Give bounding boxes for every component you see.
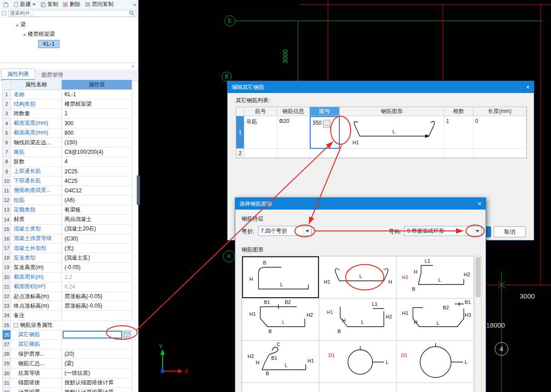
tree-node-kl1[interactable]: KL-1 (0, 39, 138, 49)
property-row[interactable]: 14材质商品混凝土 (3, 215, 132, 224)
property-row[interactable]: 9上部通长筋2C25 (3, 167, 132, 176)
figure-no-cell[interactable]: 350 … (310, 116, 340, 149)
rebar-row-empty[interactable]: 2 (236, 149, 526, 158)
tree-node-floor-frame-beam[interactable]: 楼层框架梁 (0, 29, 138, 39)
layer-copy-button[interactable]: 层间复制 (84, 0, 115, 9)
property-value: (混凝土泵) (62, 253, 132, 262)
dim-label: H1 (402, 310, 408, 316)
dim-label: H (414, 319, 417, 325)
hook-select[interactable]: 9.带圆弧或环形 (404, 226, 482, 236)
property-row[interactable]: 7箍筋C8@100/200(4) (3, 147, 132, 157)
panel-splitter-handle[interactable] (137, 175, 140, 205)
shape-option-7[interactable]: C H2 H B1 B L H1 (242, 341, 319, 383)
property-row[interactable]: 16混凝土强度等级(C30) (3, 234, 132, 244)
property-row[interactable]: 30抗震等级(一级抗震) (3, 368, 132, 378)
filter-icon (2, 11, 6, 15)
property-row[interactable]: 28保护层厚...(20) (3, 349, 132, 359)
chevron-down-icon[interactable] (473, 226, 481, 235)
property-name: 泵送类型 (11, 253, 62, 262)
toolbar-overflow-button[interactable]: » (133, 1, 136, 8)
dim-label: H1 (308, 358, 314, 363)
shape-option-3[interactable]: L1 H1 H B L H2 (397, 256, 474, 299)
property-row[interactable]: 24备注 (3, 311, 132, 320)
rebar-picker-button[interactable] (123, 331, 131, 338)
other-rebar-input[interactable] (63, 331, 122, 338)
property-row[interactable]: 10下部通长筋4C25 (3, 176, 132, 186)
collapse-icon[interactable]: - (14, 323, 18, 328)
scrollbar-thumb[interactable] (476, 257, 481, 297)
shape-option-12[interactable] (397, 383, 474, 392)
property-value: (C30) (62, 234, 132, 243)
close-icon[interactable]: × (478, 201, 482, 207)
shape-option-1[interactable]: B H L (242, 256, 319, 299)
search-icon[interactable] (129, 10, 134, 16)
property-row[interactable]: 17混凝土外加剂(无) (3, 244, 132, 253)
rebar-row[interactable]: 1 吊筋 Φ20 350 … H1 L 1 0 (236, 116, 526, 149)
property-row-other-rebar[interactable]: 26其它钢筋 (3, 330, 132, 340)
search-input[interactable] (10, 10, 129, 16)
dim-label: H1 (327, 309, 333, 315)
property-row[interactable]: 23终点顶标高(m)层顶标高(-0.05) (3, 301, 132, 311)
property-row[interactable]: 6轴线距梁左边...(150) (3, 138, 132, 147)
shape-option-10[interactable] (242, 383, 319, 392)
shape-option-8[interactable]: D1 L (319, 341, 397, 383)
property-row[interactable]: 32计算设置按默认计算设置计算 (3, 388, 132, 392)
shape-option-9[interactable]: D1 L (397, 341, 474, 383)
tree-node-beam[interactable]: 梁 (0, 20, 138, 29)
figure-picker-button[interactable]: … (323, 120, 330, 128)
shape-option-5[interactable]: H1 H B L1 L H2 (319, 299, 397, 341)
property-row[interactable]: 18泵送类型(混凝土泵) (3, 253, 132, 263)
property-row[interactable]: 19泵送高度(m)(-0.05) (3, 263, 132, 272)
dim-label: H2 (248, 353, 254, 359)
property-name: 泵送高度(m) (11, 263, 62, 272)
dialog-title-bar[interactable]: 编辑其它钢筋 × (228, 81, 534, 93)
hanging-bar-diagram: H1 L (340, 116, 443, 148)
shapes-scrollbar[interactable] (475, 256, 482, 392)
select-rebar-shape-dialog: 选择钢筋图形 × 钢筋特征 弯折: 7.四个弯折 弯钩: 9.带圆弧或环形 钢筋… (235, 197, 486, 392)
copy-button[interactable]: 复制 (39, 0, 60, 9)
bend-select[interactable]: 7.四个弯折 (258, 226, 312, 236)
property-row[interactable]: 27其它箍筋 (3, 340, 132, 349)
property-row[interactable]: 20截面周长(m)2.2 (3, 273, 132, 282)
layer-copy-icon (85, 2, 90, 7)
property-name: 截面面积(m²) (11, 282, 62, 291)
property-row[interactable]: 11侧面构造或受...G4C12 (3, 186, 132, 196)
property-table: 属性名称 属性值 1名称KL-1 2结构类别楼层框架梁 3跨数量1 4截面宽度(… (2, 80, 132, 392)
property-row[interactable]: 15混凝土类型(混凝土20石) (3, 225, 132, 234)
property-name: 保护层厚... (11, 349, 62, 358)
gizmo-x-label: X (184, 368, 188, 375)
property-row[interactable]: 2结构类别楼层框架梁 (3, 99, 132, 109)
shape-option-6[interactable]: H1 B1 B2 H L H3 (397, 299, 474, 341)
property-row[interactable]: 5截面高度(mm)800 (3, 128, 132, 138)
property-row-group[interactable]: 25-钢筋业务属性 (3, 321, 132, 330)
hook-label: 弯钩: (389, 228, 401, 235)
shape-option-11[interactable] (319, 383, 397, 392)
tab-property-list[interactable]: 属性列表 (1, 69, 35, 80)
property-row[interactable]: 8肢数4 (3, 157, 132, 167)
dim-label: L (280, 282, 283, 287)
property-row[interactable]: 4截面宽度(mm)300 (3, 119, 132, 128)
dim-label: L (386, 359, 388, 365)
paste-button[interactable] (2, 1, 10, 8)
property-value: 楼层框架梁 (62, 99, 132, 108)
shape-option-2[interactable]: H1 L H (319, 256, 397, 299)
property-row[interactable]: 13定额类别有梁板 (3, 205, 132, 215)
cancel-button[interactable]: 取消 (494, 226, 526, 237)
property-row[interactable]: 12拉筋(A6) (3, 196, 132, 205)
chevron-down-icon[interactable] (303, 226, 311, 235)
panel-close-button[interactable]: × (132, 64, 134, 69)
property-row[interactable]: 22起点顶标高(m)层顶标高(-0.05) (3, 292, 132, 301)
close-icon[interactable]: × (526, 84, 530, 90)
property-name: 拉筋 (11, 196, 62, 205)
shape-option-4[interactable]: B1 B2 H1 L B H2 (242, 299, 319, 341)
new-button[interactable]: 新建 (12, 0, 37, 9)
tab-layer-management[interactable]: 图层管理 (36, 70, 69, 80)
property-row[interactable]: 1名称KL-1 (3, 90, 132, 99)
property-row[interactable]: 29钢筋汇总...(梁) (3, 359, 132, 368)
property-row[interactable]: 31锚固搭接按默认锚固搭接计算 (3, 378, 132, 388)
row-number: 2 (236, 149, 244, 158)
delete-button[interactable]: 删除 (61, 0, 82, 9)
property-row[interactable]: 3跨数量1 (3, 109, 132, 118)
property-row[interactable]: 21截面面积(m²)0.24 (3, 282, 132, 292)
dialog-title-bar[interactable]: 选择钢筋图形 × (235, 198, 486, 210)
